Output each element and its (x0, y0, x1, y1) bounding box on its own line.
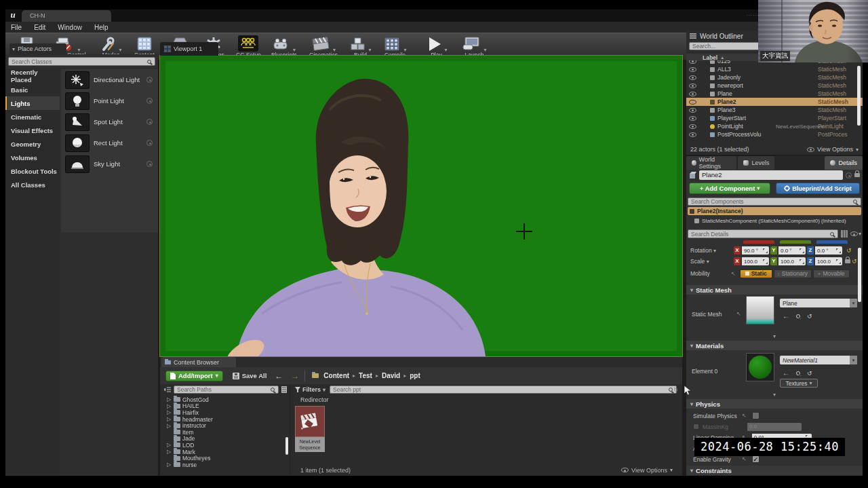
category-volumes[interactable]: Volumes (5, 151, 60, 164)
rotation-x-field[interactable]: 90.0 ° (742, 246, 769, 255)
tree-folder[interactable]: ▷Hairfix (167, 409, 290, 416)
enable-gravity-checkbox[interactable]: ✓ (752, 455, 760, 463)
expand-arrow-icon[interactable]: ▷ (167, 449, 172, 455)
tree-folder[interactable]: ▷Mark (167, 449, 290, 455)
spinner-icon[interactable] (836, 259, 841, 264)
scale-z-field[interactable]: 100.0 (815, 257, 842, 265)
content-browser-tab[interactable]: Content Browser (161, 357, 236, 367)
browse-icon[interactable] (796, 314, 800, 318)
tab-details[interactable]: Details (825, 156, 863, 170)
tab-levels[interactable]: Levels (738, 156, 774, 170)
tree-scrollbar[interactable] (285, 437, 288, 455)
static-mesh-combo[interactable]: Plane ▾ (780, 299, 857, 307)
cc-setup-button[interactable]: CC Setup (236, 35, 261, 58)
textures-button[interactable]: Textures ▾ (780, 379, 818, 388)
category-visual-effects[interactable]: Visual Effects (5, 124, 60, 137)
visibility-eye-icon[interactable] (689, 92, 696, 96)
static-mesh-thumbnail[interactable] (746, 296, 774, 324)
visibility-eye-icon[interactable] (689, 100, 696, 105)
blueprint-add-script-button[interactable]: Blueprint/Add Script (776, 183, 860, 194)
refresh-icon[interactable]: ↻ (673, 387, 678, 393)
tree-folder[interactable]: ▷instructor (167, 422, 290, 429)
display-filter-button[interactable]: ▾ (850, 231, 861, 237)
item-rect-light[interactable]: Rect Light (61, 132, 158, 153)
mobility-movable-button[interactable]: + Movable (813, 269, 850, 278)
add-component-button[interactable]: + Add Component ▾ (689, 183, 770, 194)
list-view-icon[interactable] (281, 386, 287, 393)
outliner-row[interactable]: PlayerStartPlayerStart (686, 114, 863, 122)
expand-arrow-icon[interactable]: ▷ (167, 409, 172, 415)
expand-arrow-icon[interactable]: ▷ (167, 423, 172, 429)
forward-button[interactable]: → (291, 371, 299, 381)
rotation-y-field[interactable]: 0.0 ° (778, 246, 806, 255)
use-selected-icon[interactable]: ← (783, 312, 789, 320)
item-directional-light[interactable]: Directional Light (61, 69, 158, 90)
outliner-row[interactable]: PlaneStaticMesh (686, 90, 863, 98)
paths-search-input[interactable] (174, 386, 279, 394)
materials-section-header[interactable]: ▾ Materials (686, 341, 863, 350)
mobility-static-button[interactable]: Static (740, 269, 772, 278)
save-all-button[interactable]: Save All (233, 372, 267, 379)
category-geometry[interactable]: Geometry (5, 137, 60, 151)
menu-icon[interactable] (690, 33, 696, 39)
outliner-row[interactable]: PostProcessVoluPostProces (686, 130, 863, 138)
material-combo[interactable]: NewMaterial1 ▾ (780, 356, 857, 364)
outliner-row[interactable]: PointLightNewLevelSequencePointLight (686, 122, 863, 130)
collapse-sources-icon[interactable] (164, 387, 171, 393)
cb-view-options-button[interactable]: View Options ▾ (621, 467, 673, 474)
reset-icon[interactable]: ↺ (807, 370, 812, 377)
drag-handle-icon[interactable] (146, 98, 153, 104)
browse-icon[interactable] (796, 371, 800, 375)
revert-icon[interactable]: ↖ (742, 413, 747, 419)
blueprints-button[interactable]: ▼ Blueprints (271, 35, 297, 58)
asset-newlevelsequence[interactable]: NewLevel Sequence (295, 406, 325, 452)
launch-button[interactable]: ▼ Launch (461, 35, 488, 58)
clear-icon[interactable] (846, 172, 852, 179)
actor-name-field[interactable]: Plane2 (699, 170, 843, 180)
menu-file[interactable]: File (11, 24, 22, 31)
spinner-icon[interactable] (763, 248, 768, 253)
category-recently-placed[interactable]: Recently Placed (5, 69, 60, 83)
assets-search-input[interactable] (330, 386, 677, 394)
classes-search-input[interactable] (8, 57, 155, 66)
window-controls-icon[interactable]: ⋯⋯ (746, 12, 760, 18)
tree-folder[interactable]: ▷headmaster (167, 416, 290, 423)
static-mesh-section-header[interactable]: ▾ Static Mesh (686, 285, 863, 295)
location-row-clipped[interactable] (743, 240, 857, 244)
property-matrix-icon[interactable] (841, 230, 848, 238)
simulate-physics-checkbox[interactable] (752, 412, 760, 419)
tree-folder[interactable]: Jade (167, 436, 290, 443)
expand-arrow-icon[interactable]: ▷ (167, 396, 172, 402)
breadcrumb-david[interactable]: David (382, 372, 400, 379)
reset-icon[interactable]: ↺ (852, 258, 857, 265)
category-basic[interactable]: Basic (5, 83, 60, 96)
components-search-input[interactable] (688, 198, 861, 206)
revert-icon[interactable]: ↖ (731, 271, 736, 277)
cinematics-button[interactable]: ▼ Cinematics (309, 35, 338, 58)
drag-handle-icon[interactable] (146, 119, 153, 125)
breadcrumb-ppt[interactable]: ppt (410, 372, 420, 379)
menu-edit[interactable]: Edit (34, 24, 45, 31)
breadcrumb-content[interactable]: Content (323, 372, 349, 379)
build-button[interactable]: ▼ Build (349, 35, 372, 58)
category-cinematic[interactable]: Cinematic (5, 110, 60, 124)
details-scrollbar[interactable] (858, 248, 861, 302)
material-thumbnail[interactable] (746, 353, 774, 381)
constraints-section-header[interactable]: ▾ Constraints (686, 466, 863, 475)
tree-folder[interactable]: ▷HAILE (167, 403, 290, 410)
expand-section-chevron[interactable]: ▾ (686, 334, 863, 339)
spinner-icon[interactable] (800, 259, 804, 264)
outliner-scrollbar[interactable] (857, 66, 861, 126)
expand-arrow-icon[interactable]: ▷ (167, 416, 172, 422)
visibility-eye-icon[interactable] (689, 60, 696, 64)
drag-handle-icon[interactable] (146, 161, 153, 167)
visibility-eye-icon[interactable] (689, 132, 696, 137)
place-actors-tab[interactable]: ▾ Place Actors (9, 43, 66, 54)
compile-button[interactable]: ▼ Compile (382, 35, 408, 58)
lock-icon[interactable] (854, 173, 860, 177)
tab-world-settings[interactable]: World Settings (686, 156, 736, 170)
scale-lock-icon[interactable] (845, 259, 850, 263)
filters-button[interactable]: Filters ▾ (295, 386, 326, 393)
tree-folder[interactable]: ▷GhostGod (167, 396, 290, 403)
play-button[interactable]: ▼ Play (425, 35, 448, 58)
